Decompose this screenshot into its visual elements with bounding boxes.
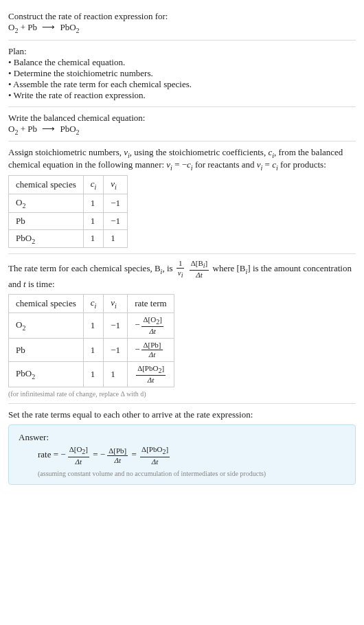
- eq-r-r: ci: [187, 159, 193, 170]
- answer-box: Answer: rate = −Δ[O2]Δt = −Δ[Pb]Δt = Δ[P…: [8, 424, 356, 484]
- th-species: chemical species: [9, 295, 84, 313]
- neg-sign: −: [135, 319, 139, 330]
- cell-ci: 1: [83, 362, 104, 387]
- stoich-text-d: for reactants and: [193, 159, 257, 170]
- section-set-equal: Set the rate terms equal to each other t…: [8, 404, 356, 490]
- frac-pb-den: Δt: [141, 350, 162, 359]
- plan-item-2: • Determine the stoichiometric numbers.: [8, 68, 356, 79]
- eq1-pbo-sub: 2: [76, 27, 80, 34]
- cell-o: O: [16, 197, 22, 207]
- stoich-text-a: Assign stoichiometric numbers,: [8, 147, 124, 157]
- cell-species: O2: [9, 194, 84, 212]
- eq2-pbo: PbO: [58, 124, 76, 134]
- th-nui: νi: [104, 295, 128, 313]
- th-ci: ci: [83, 295, 104, 313]
- eq2-pbo-sub: 2: [76, 128, 80, 135]
- cell-ci: 1: [83, 229, 104, 248]
- cell-pbo-sub: 2: [32, 237, 35, 245]
- rate-term-table: chemical species ci νi rate term O2 1 −1…: [8, 294, 174, 387]
- cell-species: O2: [9, 312, 84, 338]
- th-species: chemical species: [9, 176, 84, 194]
- cell-species: Pb: [9, 212, 84, 229]
- frac1-num: 1: [177, 260, 185, 269]
- set-equal-title: Set the rate terms equal to each other t…: [8, 409, 356, 420]
- cell-ci: 1: [83, 212, 104, 229]
- frac-pb-num: Δ[Pb]: [141, 341, 162, 350]
- arrow-icon: ⟶: [39, 124, 58, 134]
- cell-ci: 1: [83, 194, 104, 212]
- cell-rate-term: Δ[PbO2]Δt: [128, 362, 174, 387]
- frac-ans-pb: Δ[Pb]Δt: [107, 447, 128, 464]
- th-nui: νi: [104, 176, 128, 194]
- equals-1: =: [93, 449, 100, 459]
- ans-o2-num: Δ[O2]: [68, 446, 89, 457]
- table-row: Pb 1 −1 −Δ[Pb]Δt: [9, 339, 174, 362]
- th2-ci-i: i: [95, 302, 97, 310]
- cell-o2: O: [16, 319, 22, 330]
- frac-dbi-dt: Δ[Bi] Δt: [190, 260, 209, 279]
- frac1-den-i: i: [181, 271, 183, 279]
- eq-reactant: νi: [166, 159, 172, 170]
- cell-nui: −1: [104, 194, 128, 212]
- pbo2n-c: ]: [161, 364, 164, 372]
- answer-title: Answer:: [19, 432, 345, 443]
- o2n-a: Δ[O: [143, 315, 156, 323]
- cell-rate-term: −Δ[O2]Δt: [128, 312, 174, 338]
- cell-nui: −1: [104, 339, 128, 362]
- eq1-plus: + Pb: [18, 22, 39, 32]
- section-plan: Plan: • Balance the chemical equation. •…: [8, 41, 356, 107]
- construct-title: Construct the rate of reaction expressio…: [8, 11, 356, 22]
- rt-c: where [B: [213, 263, 246, 273]
- cell-nui: 1: [104, 362, 128, 387]
- cell-ci: 1: [83, 312, 104, 338]
- rate-term-text: The rate term for each chemical species,…: [8, 260, 356, 290]
- cell-pbo: PbO: [16, 233, 32, 243]
- cell-species: PbO2: [9, 362, 84, 387]
- plan-item-4: • Write the rate of reaction expression.: [8, 90, 356, 101]
- arrow-icon: ⟶: [39, 22, 58, 32]
- cell-species: PbO2: [9, 229, 84, 248]
- plan-title: Plan:: [8, 46, 356, 57]
- section-construct: Construct the rate of reaction expressio…: [8, 5, 356, 41]
- neg-sign: −: [60, 449, 65, 459]
- eq-p-r: ci: [272, 159, 278, 170]
- rt-e: is time:: [26, 279, 55, 289]
- frac-do2-dt: Δ[O2]Δt: [141, 316, 163, 335]
- ans-pbo2-num: Δ[PbO2]: [140, 446, 170, 457]
- balanced-equation: O2 + Pb ⟶ PbO2: [8, 124, 356, 136]
- frac2-num-a: Δ[B: [191, 259, 203, 267]
- frac-pbo2-den: Δt: [136, 376, 166, 384]
- eq-r-eq: = −: [172, 159, 187, 170]
- neg-sign: −: [135, 344, 139, 354]
- frac-o2-den: Δt: [141, 327, 163, 335]
- frac-ans-pbo2: Δ[PbO2]Δt: [140, 446, 170, 465]
- frac-o2-num: Δ[O2]: [141, 316, 163, 327]
- stoich-text: Assign stoichiometric numbers, νi, using…: [8, 147, 356, 171]
- th-ci-i: i: [95, 183, 97, 191]
- section-rate-term: The rate term for each chemical species,…: [8, 254, 356, 404]
- th2-nui-i: i: [115, 302, 117, 310]
- apbo2-a: Δ[PbO: [141, 445, 162, 453]
- eq2-plus: + Pb: [18, 124, 39, 134]
- pbo2n-a: Δ[PbO: [137, 364, 158, 372]
- cell-species: Pb: [9, 339, 84, 362]
- answer-expression: rate = −Δ[O2]Δt = −Δ[Pb]Δt = Δ[PbO2]Δt: [38, 446, 345, 465]
- rt-a: The rate term for each chemical species,…: [8, 263, 161, 273]
- frac2-num-c: ]: [205, 259, 208, 267]
- plan-item-1: • Balance the chemical equation.: [8, 57, 356, 68]
- equals-2: =: [131, 449, 139, 459]
- section-balanced: Write the balanced chemical equation: O2…: [8, 107, 356, 142]
- stoich-table: chemical species ci νi O2 1 −1 Pb 1 −1 P…: [8, 175, 128, 248]
- frac-dpbo2-dt: Δ[PbO2]Δt: [136, 365, 166, 384]
- eq-p-eq: =: [262, 159, 272, 170]
- eq2-o: O: [8, 124, 14, 134]
- o2n-c: ]: [159, 315, 162, 323]
- eq1-pbo: PbO: [58, 22, 76, 32]
- ao2-c: ]: [85, 445, 88, 453]
- table-row: Pb 1 −1: [9, 212, 128, 229]
- c-i: ci: [268, 147, 274, 157]
- apbo2-c: ]: [166, 445, 168, 453]
- rate-term-caption: (for infinitesimal rate of change, repla…: [8, 390, 356, 398]
- section-stoich: Assign stoichiometric numbers, νi, using…: [8, 141, 356, 254]
- table-row: O2 1 −1: [9, 194, 128, 212]
